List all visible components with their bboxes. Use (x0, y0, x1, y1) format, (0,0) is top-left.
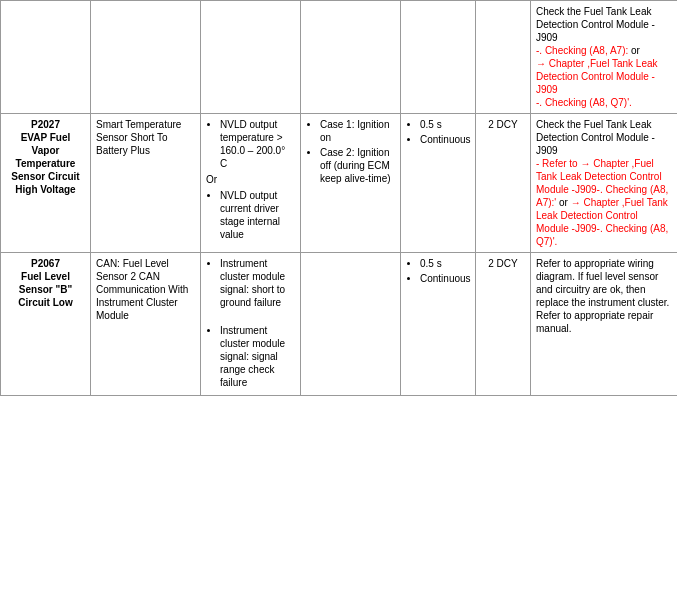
p2067-repair-text: Refer to appropriate wiring diagram. If … (536, 258, 669, 334)
p2027-time: 0.5 s Continuous (401, 114, 476, 253)
p2027-repair-ref2: → Chapter ,Fuel Tank Leak Detection Cont… (536, 197, 668, 247)
p2027-dcy: 2 DCY (476, 114, 531, 253)
continuation-repair-text: Check the Fuel Tank Leak Detection Contr… (536, 6, 655, 43)
continuation-dcy (476, 1, 531, 114)
p2067-row: P2067 Fuel Level Sensor "B" Circuit Low … (1, 253, 678, 396)
p2067-repair: Refer to appropriate wiring diagram. If … (531, 253, 678, 396)
continuation-dtc (1, 1, 91, 114)
continuation-repair-arrow1: → Chapter ,Fuel Tank Leak Detection Cont… (536, 58, 658, 95)
continuation-row: Check the Fuel Tank Leak Detection Contr… (1, 1, 678, 114)
p2067-time: 0.5 s Continuous (401, 253, 476, 396)
p2027-repair: Check the Fuel Tank Leak Detection Contr… (531, 114, 678, 253)
p2027-row: P2027 EVAP Fuel Vapor Temperature Sensor… (1, 114, 678, 253)
continuation-repair-ref1: -. Checking (A8, A7): (536, 45, 628, 56)
p2027-cond-2: NVLD output current driver stage interna… (220, 189, 295, 241)
p2027-time-1: 0.5 s (420, 118, 470, 131)
p2067-cond-2: Instrument cluster module signal: signal… (220, 324, 295, 389)
p2027-req-2: Case 2: Ignition off (during ECM keep al… (320, 146, 395, 185)
p2027-conditions: NVLD output temperature > 160.0 – 200.0°… (201, 114, 301, 253)
p2067-conditions: Instrument cluster module signal: short … (201, 253, 301, 396)
p2027-repair-or: or (559, 197, 571, 208)
p2067-dtc-code: P2067 (6, 257, 85, 270)
p2027-dtc-cell: P2027 EVAP Fuel Vapor Temperature Sensor… (1, 114, 91, 253)
continuation-condition (201, 1, 301, 114)
p2067-time-2: Continuous (420, 272, 470, 285)
p2067-time-1: 0.5 s (420, 257, 470, 270)
continuation-req (301, 1, 401, 114)
p2067-dcy: 2 DCY (476, 253, 531, 396)
continuation-repair-or1: or (628, 45, 640, 56)
continuation-repair-ref2: -. Checking (A8, Q7)'. (536, 97, 632, 108)
p2027-component: Smart Temperature Sensor Short To Batter… (91, 114, 201, 253)
continuation-repair: Check the Fuel Tank Leak Detection Contr… (531, 1, 678, 114)
p2027-time-2: Continuous (420, 133, 470, 146)
p2027-req-1: Case 1: Ignition on (320, 118, 395, 144)
p2067-cond-1: Instrument cluster module signal: short … (220, 257, 295, 309)
continuation-component (91, 1, 201, 114)
p2067-requirements (301, 253, 401, 396)
p2067-component: CAN: Fuel Level Sensor 2 CAN Communicati… (91, 253, 201, 396)
continuation-time (401, 1, 476, 114)
p2027-dtc-code: P2027 (6, 118, 85, 131)
p2027-repair-intro: Check the Fuel Tank Leak Detection Contr… (536, 119, 655, 156)
p2067-dtc-cell: P2067 Fuel Level Sensor "B" Circuit Low (1, 253, 91, 396)
p2027-requirements: Case 1: Ignition on Case 2: Ignition off… (301, 114, 401, 253)
p2067-dtc-desc: Fuel Level Sensor "B" Circuit Low (6, 270, 85, 309)
p2027-cond-1: NVLD output temperature > 160.0 – 200.0°… (220, 118, 295, 170)
p2027-dtc-desc: EVAP Fuel Vapor Temperature Sensor Circu… (6, 131, 85, 196)
p2027-cond-or: Or (206, 173, 295, 186)
